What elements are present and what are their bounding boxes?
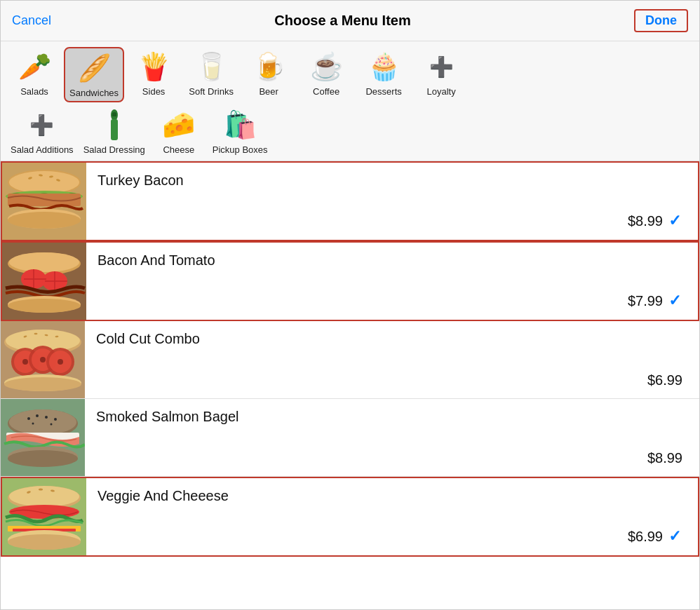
svg-point-58 — [9, 486, 79, 507]
salad-additions-label: Salad Additions — [11, 144, 74, 155]
salads-icon: 🥕 — [18, 50, 51, 85]
menu-item-image-bacon-tomato — [2, 243, 86, 320]
svg-point-49 — [45, 416, 48, 419]
page-title: Choose a Menu Item — [274, 13, 410, 29]
menu-item-image-turkey-bacon — [2, 163, 86, 240]
svg-rect-1 — [111, 119, 118, 140]
beer-label: Beer — [259, 86, 278, 97]
menu-item-info-bacon-tomato: Bacon And Tomato $7.99 ✓ — [86, 243, 698, 320]
menu-item-price-row-smoked-salmon-bagel: $8.99 — [96, 450, 688, 466]
soft-drinks-label: Soft Drinks — [189, 86, 234, 97]
menu-item-image-cold-cut-combo — [1, 321, 85, 398]
category-desserts[interactable]: 🧁 Desserts — [356, 47, 412, 100]
svg-point-3 — [112, 112, 116, 115]
menu-item-price-row-bacon-tomato: $7.99 ✓ — [97, 292, 687, 310]
menu-item-info-turkey-bacon: Turkey Bacon $8.99 ✓ — [86, 163, 698, 240]
menu-item-price-row-veggie-cheeese: $6.99 ✓ — [97, 527, 687, 545]
app-container: Cancel Choose a Menu Item Done 🥕 Salads … — [0, 0, 700, 610]
svg-point-46 — [9, 409, 76, 435]
sides-icon: 🍟 — [137, 50, 170, 85]
loyalty-label: Loyalty — [427, 86, 456, 97]
svg-point-14 — [8, 212, 81, 229]
menu-item-name-bacon-tomato: Bacon And Tomato — [97, 252, 687, 269]
svg-point-6 — [9, 171, 79, 194]
svg-point-35 — [22, 359, 28, 365]
desserts-icon: 🧁 — [368, 50, 401, 85]
category-coffee[interactable]: ☕ Coffee — [298, 47, 354, 100]
bacon-tomato-checkmark: ✓ — [668, 292, 681, 310]
menu-item-name-smoked-salmon-bagel: Smoked Salmon Bagel — [96, 409, 688, 425]
menu-item-image-smoked-salmon-bagel — [1, 399, 85, 476]
svg-point-47 — [27, 417, 30, 420]
svg-point-41 — [58, 359, 63, 365]
category-salad-additions[interactable]: ➕ Salad Additions — [6, 105, 78, 158]
category-beer[interactable]: 🍺 Beer — [241, 47, 297, 100]
menu-item-price-row-turkey-bacon: $8.99 ✓ — [97, 212, 687, 230]
svg-point-38 — [40, 357, 46, 362]
veggie-cheeese-checkmark: ✓ — [668, 527, 681, 545]
menu-item-name-turkey-bacon: Turkey Bacon — [97, 172, 687, 189]
menu-item-name-veggie-cheeese: Veggie And Cheeese — [97, 488, 687, 504]
menu-item-cold-cut-combo[interactable]: Cold Cut Combo $6.99 — [1, 321, 699, 399]
category-pickup-boxes[interactable]: 🛍️ Pickup Boxes — [208, 105, 272, 158]
menu-item-veggie-cheeese[interactable]: Veggie And Cheeese $6.99 ✓ — [1, 477, 699, 557]
menu-item-image-veggie-cheeese — [2, 478, 86, 555]
menu-item-info-cold-cut-combo: Cold Cut Combo $6.99 — [85, 321, 699, 398]
coffee-label: Coffee — [313, 86, 339, 97]
category-loyalty[interactable]: ➕ Loyalty — [413, 47, 469, 100]
cold-cut-combo-image-svg — [1, 321, 85, 398]
svg-point-55 — [8, 450, 78, 467]
menu-item-price-turkey-bacon: $8.99 — [628, 213, 663, 229]
done-button[interactable]: Done — [634, 9, 688, 32]
category-sandwiches[interactable]: 🥖 Sandwiches — [64, 47, 124, 102]
menu-item-price-row-cold-cut-combo: $6.99 — [96, 372, 688, 388]
menu-item-price-cold-cut-combo: $6.99 — [647, 372, 682, 388]
sides-label: Sides — [142, 86, 166, 97]
menu-item-info-veggie-cheeese: Veggie And Cheeese $6.99 ✓ — [86, 478, 698, 555]
svg-point-25 — [8, 299, 81, 313]
menu-list: Turkey Bacon $8.99 ✓ — [1, 161, 699, 609]
category-cheese[interactable]: 🧀 Cheese — [151, 105, 207, 158]
svg-point-17 — [9, 252, 79, 272]
menu-item-price-bacon-tomato: $7.99 — [628, 293, 663, 309]
svg-point-50 — [54, 418, 57, 421]
turkey-bacon-checkmark: ✓ — [668, 212, 681, 230]
pickup-boxes-icon: 🛍️ — [224, 108, 257, 143]
sandwiches-icon: 🥖 — [78, 51, 111, 86]
cheese-icon: 🧀 — [162, 108, 195, 143]
category-salads[interactable]: 🥕 Salads — [6, 47, 62, 100]
smoked-salmon-bagel-image-svg — [1, 399, 85, 476]
turkey-bacon-image-svg — [2, 163, 86, 240]
salad-dressing-icon — [102, 108, 127, 143]
category-soft-drinks[interactable]: 🥛 Soft Drinks — [183, 47, 239, 100]
soft-drinks-icon: 🥛 — [195, 50, 228, 85]
menu-item-price-veggie-cheeese: $6.99 — [628, 529, 663, 545]
pickup-boxes-label: Pickup Boxes — [213, 144, 268, 155]
svg-point-60 — [39, 489, 43, 491]
category-sides[interactable]: 🍟 Sides — [126, 47, 182, 100]
bacon-tomato-image-svg — [2, 243, 86, 320]
svg-point-51 — [32, 423, 34, 425]
svg-point-30 — [34, 333, 38, 334]
coffee-icon: ☕ — [310, 50, 343, 85]
menu-item-info-smoked-salmon-bagel: Smoked Salmon Bagel $8.99 — [85, 399, 699, 476]
menu-item-price-smoked-salmon-bagel: $8.99 — [647, 450, 682, 466]
svg-point-66 — [8, 534, 81, 550]
beer-icon: 🍺 — [253, 50, 285, 85]
salad-additions-icon: ➕ — [29, 108, 54, 143]
menu-item-name-cold-cut-combo: Cold Cut Combo — [96, 331, 688, 347]
loyalty-icon: ➕ — [429, 50, 454, 85]
cancel-button[interactable]: Cancel — [12, 13, 51, 28]
category-nav: 🥕 Salads 🥖 Sandwiches 🍟 Sides 🥛 Soft Dri… — [1, 41, 699, 161]
salad-dressing-label: Salad Dressing — [83, 144, 145, 155]
salads-label: Salads — [20, 86, 48, 97]
veggie-cheeese-image-svg — [2, 478, 86, 555]
category-salad-dressing[interactable]: Salad Dressing — [79, 105, 149, 158]
menu-item-bacon-tomato[interactable]: Bacon And Tomato $7.99 ✓ — [1, 241, 699, 321]
svg-point-48 — [36, 414, 39, 417]
category-row-2: ➕ Salad Additions Salad Dressing 🧀 — [1, 105, 699, 158]
menu-item-turkey-bacon[interactable]: Turkey Bacon $8.99 ✓ — [1, 161, 699, 241]
menu-item-smoked-salmon-bagel[interactable]: Smoked Salmon Bagel $8.99 — [1, 399, 699, 477]
svg-point-43 — [4, 377, 81, 391]
svg-point-52 — [51, 423, 53, 426]
